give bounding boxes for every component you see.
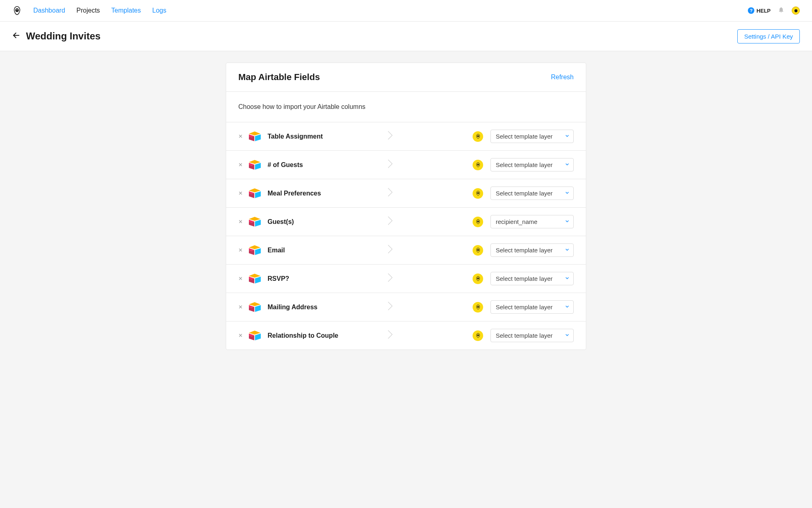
svg-point-16	[478, 221, 478, 221]
target-app-icon	[473, 245, 483, 256]
source-field-name: # of Guests	[268, 161, 379, 169]
source-field-name: Mailing Address	[268, 304, 379, 311]
template-layer-select[interactable]: recipient_name	[490, 215, 574, 228]
page-title: Wedding Invites	[26, 30, 101, 42]
remove-field-icon[interactable]: ✕	[238, 219, 242, 225]
select-value: Select template layer	[496, 133, 553, 140]
field-row: ✕ Email Select template layer	[226, 236, 586, 265]
nav-projects[interactable]: Projects	[76, 7, 100, 14]
airtable-icon	[249, 302, 262, 313]
back-arrow-icon[interactable]	[12, 31, 20, 41]
svg-point-7	[478, 136, 478, 136]
svg-point-21	[477, 278, 478, 278]
svg-point-24	[477, 306, 478, 307]
select-value: Select template layer	[496, 247, 553, 254]
content-area: Map Airtable Fields Refresh Choose how t…	[0, 51, 812, 361]
remove-field-icon[interactable]: ✕	[238, 332, 242, 339]
template-layer-select[interactable]: Select template layer	[490, 130, 574, 143]
target-app-icon	[473, 160, 483, 170]
template-layer-select[interactable]: Select template layer	[490, 300, 574, 314]
arrow-right-icon	[387, 130, 395, 143]
arrow-right-icon	[387, 216, 395, 228]
svg-point-6	[477, 136, 478, 136]
nav-right-group: ? HELP	[748, 7, 800, 15]
airtable-icon	[249, 273, 262, 284]
arrow-right-icon	[387, 187, 395, 200]
target-app-icon	[473, 188, 483, 199]
svg-point-18	[477, 250, 478, 250]
arrow-right-icon	[387, 159, 395, 171]
template-layer-select[interactable]: Select template layer	[490, 243, 574, 257]
svg-point-26	[477, 334, 479, 336]
refresh-button[interactable]: Refresh	[551, 74, 574, 81]
nav-dashboard[interactable]: Dashboard	[33, 7, 65, 14]
svg-point-28	[478, 335, 478, 335]
card-header: Map Airtable Fields Refresh	[226, 63, 586, 92]
remove-field-icon[interactable]: ✕	[238, 276, 242, 282]
user-avatar[interactable]	[792, 7, 800, 15]
airtable-icon	[249, 245, 262, 256]
svg-point-20	[477, 278, 479, 279]
target-app-icon	[473, 330, 483, 341]
field-row: ✕ # of Guests Select template layer	[226, 151, 586, 179]
card-description: Choose how to import your Airtable colum…	[226, 92, 586, 122]
arrow-right-icon	[387, 330, 395, 342]
template-layer-select[interactable]: Select template layer	[490, 272, 574, 285]
source-field-name: RSVP?	[268, 275, 379, 282]
airtable-icon	[249, 131, 262, 142]
settings-api-key-button[interactable]: Settings / API Key	[737, 29, 800, 43]
svg-point-25	[478, 306, 478, 307]
svg-point-8	[477, 164, 479, 165]
svg-point-27	[477, 335, 478, 335]
select-value: Select template layer	[496, 332, 553, 339]
remove-field-icon[interactable]: ✕	[238, 162, 242, 168]
field-row: ✕ Mailing Address Select template layer	[226, 293, 586, 321]
arrow-right-icon	[387, 244, 395, 256]
remove-field-icon[interactable]: ✕	[238, 304, 242, 310]
remove-field-icon[interactable]: ✕	[238, 247, 242, 253]
source-field-name: Guest(s)	[268, 218, 379, 226]
remove-field-icon[interactable]: ✕	[238, 190, 242, 196]
field-row: ✕ Guest(s) recipient_name	[226, 208, 586, 236]
help-icon: ?	[748, 7, 754, 14]
svg-point-10	[478, 164, 478, 165]
target-app-icon	[473, 274, 483, 284]
target-app-icon	[473, 302, 483, 313]
template-layer-select[interactable]: Select template layer	[490, 187, 574, 200]
source-field-name: Relationship to Couple	[268, 332, 379, 339]
field-row: ✕ Relationship to Couple Select template…	[226, 321, 586, 350]
svg-point-22	[478, 278, 478, 278]
select-value: Select template layer	[496, 275, 553, 282]
field-row: ✕ RSVP? Select template layer	[226, 265, 586, 293]
nav-logs[interactable]: Logs	[152, 7, 166, 14]
help-button[interactable]: ? HELP	[748, 7, 771, 14]
template-layer-select[interactable]: Select template layer	[490, 329, 574, 342]
svg-point-2	[17, 9, 18, 10]
notifications-icon[interactable]	[778, 7, 784, 15]
svg-point-11	[477, 192, 479, 194]
svg-point-15	[477, 221, 478, 221]
svg-point-19	[478, 250, 478, 250]
select-value: Select template layer	[496, 161, 553, 168]
app-logo[interactable]	[12, 6, 22, 15]
arrow-right-icon	[387, 301, 395, 313]
field-row-list: ✕ Table Assignment Select template layer…	[226, 122, 586, 350]
page-header: Wedding Invites Settings / API Key	[0, 22, 812, 51]
svg-point-12	[477, 193, 478, 193]
arrow-right-icon	[387, 273, 395, 285]
field-row: ✕ Table Assignment Select template layer	[226, 122, 586, 151]
airtable-icon	[249, 216, 262, 228]
template-layer-select[interactable]: Select template layer	[490, 158, 574, 172]
remove-field-icon[interactable]: ✕	[238, 133, 242, 139]
source-field-name: Meal Preferences	[268, 190, 379, 197]
svg-point-9	[477, 164, 478, 165]
target-app-icon	[473, 217, 483, 227]
source-field-name: Table Assignment	[268, 133, 379, 140]
svg-point-0	[15, 9, 19, 12]
svg-point-23	[477, 306, 479, 308]
card-title: Map Airtable Fields	[238, 72, 320, 82]
nav-templates[interactable]: Templates	[111, 7, 141, 14]
select-value: recipient_name	[496, 218, 538, 225]
svg-point-1	[16, 9, 17, 10]
page-header-left: Wedding Invites	[12, 30, 101, 42]
